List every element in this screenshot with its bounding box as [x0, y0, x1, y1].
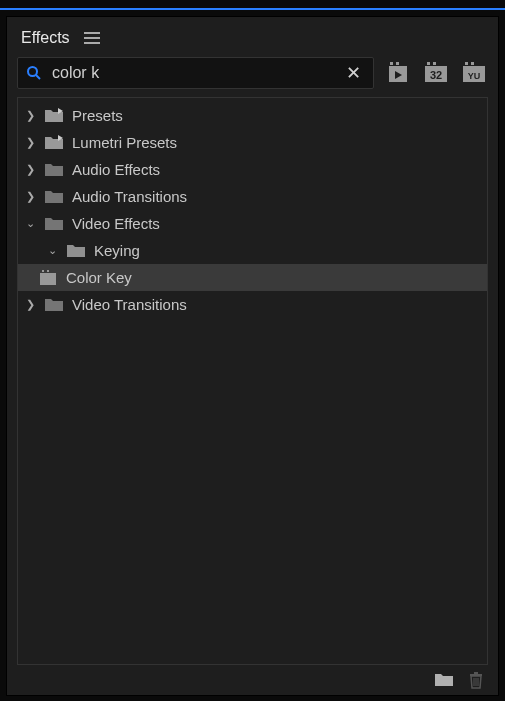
tree-item-label: Keying — [94, 242, 140, 259]
search-box[interactable]: ✕ — [17, 57, 374, 89]
effects-panel: Effects ✕ — [6, 16, 499, 696]
tree-item-audio-transitions[interactable]: ❯ Audio Transitions — [18, 183, 487, 210]
bottom-bar — [7, 665, 498, 695]
filter-32bit-icon[interactable]: 32 — [422, 60, 450, 86]
tree-item-label: Video Transitions — [72, 296, 187, 313]
tree-item-color-key[interactable]: Color Key — [18, 264, 487, 291]
svg-point-0 — [28, 67, 37, 76]
folder-icon — [44, 217, 64, 231]
new-bin-icon[interactable] — [434, 671, 454, 689]
folder-icon — [44, 163, 64, 177]
chevron-down-icon: ⌄ — [24, 217, 36, 230]
svg-text:32: 32 — [430, 69, 442, 81]
tree-item-lumetri-presets[interactable]: ❯ Lumetri Presets — [18, 129, 487, 156]
search-row: ✕ 32 YU — [7, 57, 498, 97]
svg-rect-17 — [47, 270, 49, 272]
tree-item-presets[interactable]: ❯ Presets — [18, 102, 487, 129]
tree-item-audio-effects[interactable]: ❯ Audio Effects — [18, 156, 487, 183]
svg-rect-18 — [40, 273, 56, 285]
filter-accelerated-icon[interactable] — [384, 60, 412, 86]
effects-tree: ❯ Presets ❯ Lumetri Presets — [18, 98, 487, 322]
folder-icon — [66, 244, 86, 258]
svg-rect-20 — [474, 672, 478, 674]
svg-rect-7 — [433, 62, 436, 65]
chevron-right-icon: ❯ — [24, 136, 36, 149]
tree-item-video-effects[interactable]: ⌄ Video Effects — [18, 210, 487, 237]
svg-rect-2 — [390, 62, 393, 65]
svg-line-1 — [36, 75, 40, 79]
folder-preset-icon — [44, 136, 64, 150]
panel-menu-icon[interactable] — [84, 32, 100, 44]
tree-item-video-transitions[interactable]: ❯ Video Transitions — [18, 291, 487, 318]
svg-text:YU: YU — [468, 71, 481, 81]
folder-icon — [44, 190, 64, 204]
tree-item-label: Color Key — [66, 269, 132, 286]
chevron-down-icon: ⌄ — [46, 244, 58, 257]
chevron-right-icon: ❯ — [24, 109, 36, 122]
tree-item-keying[interactable]: ⌄ Keying — [18, 237, 487, 264]
tree-item-label: Lumetri Presets — [72, 134, 177, 151]
svg-rect-6 — [427, 62, 430, 65]
folder-icon — [44, 298, 64, 312]
tree-container: ❯ Presets ❯ Lumetri Presets — [17, 97, 488, 665]
search-input[interactable] — [52, 64, 332, 82]
chevron-right-icon: ❯ — [24, 298, 36, 311]
folder-preset-icon — [44, 109, 64, 123]
delete-icon[interactable] — [466, 671, 486, 689]
svg-rect-16 — [42, 270, 44, 272]
panel-header: Effects — [7, 17, 498, 57]
tree-item-label: Video Effects — [72, 215, 160, 232]
top-divider — [0, 8, 505, 10]
svg-rect-10 — [465, 62, 468, 65]
chevron-right-icon: ❯ — [24, 190, 36, 203]
svg-rect-11 — [471, 62, 474, 65]
chevron-right-icon: ❯ — [24, 163, 36, 176]
svg-rect-3 — [396, 62, 399, 65]
tree-item-label: Audio Effects — [72, 161, 160, 178]
search-icon — [26, 65, 42, 81]
filter-yuv-icon[interactable]: YU — [460, 60, 488, 86]
tree-item-label: Audio Transitions — [72, 188, 187, 205]
tree-item-label: Presets — [72, 107, 123, 124]
effect-icon — [38, 270, 58, 286]
panel-title: Effects — [21, 29, 70, 47]
clear-search-icon[interactable]: ✕ — [342, 62, 365, 84]
